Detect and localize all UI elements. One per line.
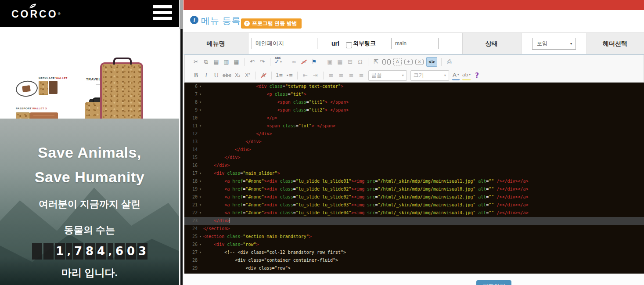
underline-icon[interactable]: U [212,71,220,80]
code-line[interactable]: 17▾ <div class="main_slider"> [184,170,644,177]
code-line[interactable]: 10 </p> [184,114,644,122]
external-link-checkbox[interactable] [346,42,352,48]
comment-add-icon[interactable]: + [404,59,413,65]
fold-arrow-icon[interactable]: ▾ [198,241,203,249]
code-line[interactable]: 6▾ <div class="txtwrap text-center"> [184,83,644,90]
source-icon[interactable]: <> [426,57,437,67]
superscript-icon[interactable]: X² [244,71,252,80]
undo-icon[interactable]: ↶ [248,58,256,66]
scrollbar-track[interactable] [180,29,183,285]
counter-digit: 1 [55,243,65,260]
highlight-color-icon[interactable]: ab▾ [462,70,471,80]
fold-arrow-icon[interactable]: ▾ [198,249,203,256]
fold-arrow-icon[interactable]: ▾ [198,209,203,217]
code-line[interactable]: 19▾ <a href="#none"><div class="lu_slide… [184,185,644,193]
line-number: 16 [184,162,198,170]
code-line[interactable]: 21▾ <a href="#none"><div class="lu_slide… [184,201,644,209]
toolbar-separator [322,58,322,66]
italic-icon[interactable]: I [202,71,210,80]
code-line[interactable]: 22▾ <a href="#none"><div class="lu_slide… [184,209,644,217]
unlink-icon[interactable]: ∞ [300,58,308,66]
hamburger-menu-icon[interactable] [153,5,172,22]
code-line[interactable]: 26▾ <div class="row"> [184,241,644,249]
font-dropdown[interactable]: 글꼴▾ [368,70,407,81]
code-line[interactable]: 29 <div class="row"> [184,264,644,272]
paste-text-icon[interactable]: ▥ [223,58,230,66]
code-line[interactable]: 15 </div> [184,154,644,162]
spellcheck-icon[interactable]: ✓▾ [274,58,282,66]
strikethrough-icon[interactable]: abc [223,71,231,80]
header-select-label: 헤더선택 [586,33,644,54]
preview-scrollbar[interactable] [179,0,183,285]
paste-word-icon[interactable]: ▦ [233,58,240,66]
line-number: 14 [184,146,198,154]
print-icon[interactable]: ⎙ [446,58,453,66]
corco-logo[interactable]: CORCO® [11,3,61,20]
code-line[interactable]: 30 <div class="col-12 col-md-6 brandstor… [184,272,644,274]
bold-icon[interactable]: B [192,71,200,80]
code-line[interactable]: 27▾ <!-- <div class="col-12 brandstory_r… [184,249,644,256]
fold-arrow-icon[interactable]: ▾ [198,233,203,241]
subscript-icon[interactable]: X₂ [234,71,241,80]
fold-arrow-icon[interactable]: ▾ [198,185,203,193]
link-icon[interactable]: ∞ [290,58,298,66]
code-line[interactable]: 8▾ <span class="tit1"> </span> [184,98,644,106]
url-input[interactable] [391,38,439,49]
unordered-list-icon[interactable]: •≡ [286,71,293,80]
fold-arrow-icon[interactable]: ▾ [198,193,203,201]
code-line[interactable]: 25▾<section class="section-main-brandsto… [184,233,644,241]
anchor-flag-icon[interactable]: ⚑ [310,58,318,66]
outdent-icon[interactable]: ⇤ [302,71,309,80]
ordered-list-icon[interactable]: 1≡ [276,71,283,80]
code-line[interactable]: 14 </div> [184,146,644,154]
fold-arrow-icon[interactable]: ▾ [198,98,203,106]
comment-remove-icon[interactable]: × [415,59,424,65]
fold-arrow-icon[interactable]: ▾ [198,90,203,98]
code-line[interactable]: 20▾ <a href="#none"><div class="lu_slide… [184,193,644,201]
find-icon[interactable] [382,58,391,66]
site-header: CORCO® [0,0,179,27]
code-line[interactable]: 24</section> [184,225,644,233]
horizontal-line-icon[interactable]: ⊟ [346,58,354,66]
code-line[interactable]: 9▾ <span class="tit2"> </span> [184,106,644,114]
align-center-icon[interactable]: ≡ [338,71,345,80]
code-line[interactable]: 11▾ <span class="txt"> </span> [184,122,644,130]
line-number: 19 [184,185,198,193]
code-line[interactable]: 28 <div class="container container-fluid… [184,256,644,264]
redo-icon[interactable]: ↷ [259,58,266,66]
program-link-help-button[interactable]: ? 프로그램 연동 방법 [241,18,302,29]
fold-arrow-icon[interactable]: ▾ [198,170,203,177]
align-left-icon[interactable]: ≡ [327,71,335,80]
menu-name-input[interactable] [252,38,317,49]
align-justify-icon[interactable]: ≡ [358,71,365,80]
remove-format-icon[interactable]: A [260,71,267,80]
code-line[interactable]: 13 </div> [184,138,644,146]
code-line[interactable]: 16 </div> [184,162,644,170]
special-char-icon[interactable]: Ω [356,58,364,66]
code-line[interactable]: 12 </div> [184,130,644,138]
fold-arrow-icon[interactable]: ▾ [198,106,203,114]
size-dropdown[interactable]: 크기▾ [410,70,449,81]
maximize-icon[interactable]: ⇱ [372,58,380,66]
status-select[interactable]: 보임 ▾ [532,38,576,50]
fold-arrow-icon[interactable]: ▾ [198,201,203,209]
select-all-icon[interactable]: A [393,58,402,65]
paste-icon[interactable]: ▤ [212,58,220,66]
fold-arrow-icon[interactable]: ▾ [198,122,203,130]
indent-icon[interactable]: ⇥ [312,71,319,80]
scrollbar-thumb[interactable] [180,0,183,29]
code-line[interactable]: 23 </div> [184,217,644,225]
table-icon[interactable]: ▦ [336,58,344,66]
save-button[interactable]: 저장하기 [476,280,511,285]
code-line[interactable]: 7▾ <p class="tit"> [184,90,644,98]
code-area[interactable]: 6▾ <div class="txtwrap text-center">7▾ <… [184,83,644,274]
image-icon[interactable]: ▣ [326,58,334,66]
code-line[interactable]: 18▾ <a href="#none"><div class="lu_slide… [184,177,644,185]
help-icon[interactable]: ? [473,71,481,80]
copy-icon[interactable]: ⧉ [202,58,210,66]
fold-arrow-icon[interactable]: ▾ [198,177,203,185]
text-color-icon[interactable]: A▾ [452,70,460,80]
fold-arrow-icon[interactable]: ▾ [198,83,203,90]
cut-icon[interactable]: ✂ [192,58,200,66]
align-right-icon[interactable]: ≡ [348,71,355,80]
